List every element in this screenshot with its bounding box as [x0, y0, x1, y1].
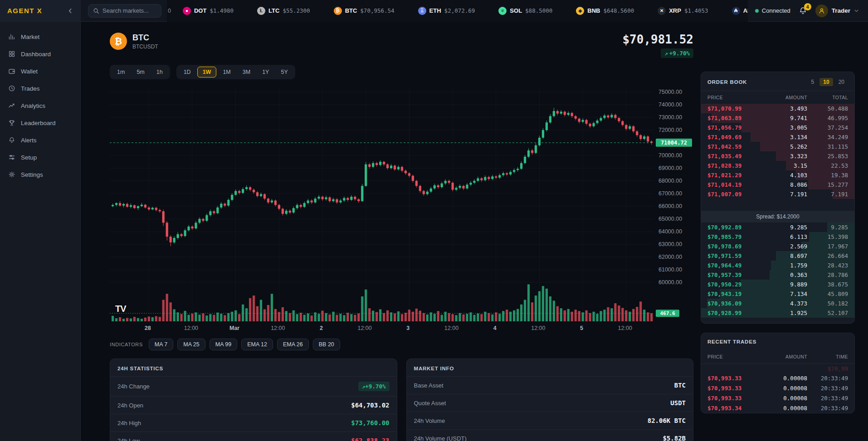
candlestick-chart-svg[interactable]: 75000.0074000.0073000.0072000.0071000.00…	[110, 85, 693, 333]
ticker-symbol: ETH	[429, 7, 441, 14]
timeframe-group-minutes: 1m5m1h	[110, 65, 170, 79]
notifications-button[interactable]: 4	[799, 6, 807, 15]
bids-list: $70,992.899.2859.285$70,985.796.11315.39…	[701, 223, 854, 318]
timeframe-button-3m[interactable]: 3M	[237, 67, 256, 78]
svg-text:12:00: 12:00	[531, 325, 545, 331]
order-price: $70,971.59	[707, 252, 762, 259]
timeframe-button-1m[interactable]: 1M	[217, 67, 236, 78]
ticker-item-xrp[interactable]: ✕XRP$1.4053	[646, 7, 720, 15]
order-book-ask-row[interactable]: $71,021.294.10319.38	[701, 170, 854, 180]
depth-option-20[interactable]: 20	[835, 78, 848, 86]
order-book-bid-row[interactable]: $70,964.491.75928.423	[701, 261, 854, 270]
stat-label: 24h High	[117, 420, 141, 426]
order-amount: 9.889	[762, 281, 807, 288]
price-chart[interactable]: 75000.0074000.0073000.0072000.0071000.00…	[110, 85, 693, 335]
depth-option-10[interactable]: 10	[819, 78, 833, 86]
svg-text:61000.00: 61000.00	[658, 267, 682, 273]
history-icon	[8, 85, 15, 92]
sidebar-item-leaderboard[interactable]: Leaderboard	[0, 114, 80, 131]
sidebar-collapse-button[interactable]	[67, 8, 73, 14]
svg-text:5: 5	[580, 325, 583, 331]
order-book-ask-row[interactable]: $71,049.693.13434.249	[701, 132, 854, 142]
sidebar-item-trades[interactable]: Trades	[0, 80, 80, 97]
sidebar-item-analytics[interactable]: Analytics	[0, 97, 80, 114]
trade-time: 20:33:49	[807, 375, 848, 382]
indicator-button-bb-20[interactable]: BB 20	[313, 339, 340, 350]
market-ticker-strip[interactable]: 0 ●DOT$1.4980ŁLTC$55.2300₿BTC$70,956.54Ξ…	[167, 0, 748, 22]
order-amount: 4.373	[762, 300, 807, 307]
topbar-right: Connected 4 Trader	[748, 5, 868, 17]
stat-row: 24h Change↗+9.70%	[110, 376, 397, 396]
indicator-button-ema-12[interactable]: EMA 12	[241, 339, 273, 350]
order-book-bid-row[interactable]: $70,950.299.88938.675	[701, 280, 854, 289]
order-book-ask-row[interactable]: $71,007.097.1917.191	[701, 189, 854, 199]
indicator-button-ma-7[interactable]: MA 7	[149, 339, 174, 350]
svg-text:67000.00: 67000.00	[658, 190, 682, 197]
recent-trades-title: RECENT TRADES	[707, 339, 756, 344]
order-amount: 0.363	[762, 271, 807, 278]
sidebar-item-label: Analytics	[21, 102, 45, 109]
order-book-bid-row[interactable]: $70,978.692.56917.967	[701, 242, 854, 251]
ada-coin-icon: ₳	[732, 7, 740, 15]
order-book-ask-row[interactable]: $71,042.595.26231.115	[701, 142, 854, 151]
order-book-ask-row[interactable]: $71,014.198.08615.277	[701, 180, 854, 189]
order-book-bid-row[interactable]: $70,943.197.13445.809	[701, 289, 854, 299]
depth-option-5[interactable]: 5	[808, 78, 818, 86]
ticker-item-dot[interactable]: ●DOT$1.4980	[171, 7, 245, 15]
order-book-bid-row[interactable]: $70,985.796.11315.398	[701, 232, 854, 242]
order-total: 50.182	[807, 300, 848, 307]
search-input[interactable]: Search markets...	[88, 4, 161, 18]
ticker-item-eth[interactable]: ΞETH$2,072.69	[406, 7, 487, 15]
sidebar-item-alerts[interactable]: Alerts	[0, 131, 80, 149]
timeframe-button-5m[interactable]: 5m	[131, 67, 150, 78]
sidebar-item-label: Market	[21, 34, 39, 40]
indicator-button-ma-25[interactable]: MA 25	[177, 339, 205, 350]
spread-bar: Spread: $14.2000	[701, 211, 854, 223]
timeframe-button-5y[interactable]: 5Y	[275, 67, 293, 78]
btc-coin-icon: ₿	[334, 7, 342, 15]
trade-row: $70,993.330.0000820:33:49	[701, 383, 854, 393]
indicator-button-ma-99[interactable]: MA 99	[210, 339, 237, 350]
order-amount: 9.285	[762, 224, 807, 231]
sidebar-item-market[interactable]: Market	[0, 28, 80, 45]
timeframe-button-1w[interactable]: 1W	[197, 67, 217, 78]
indicator-button-ema-26[interactable]: EMA 26	[277, 339, 309, 350]
sidebar-item-wallet[interactable]: Wallet	[0, 63, 80, 80]
timeframe-button-1y[interactable]: 1Y	[257, 67, 274, 78]
change-badge: ↗+9.70%	[661, 48, 693, 58]
depth-selector: 51020	[808, 78, 848, 86]
order-book-ask-row[interactable]: $71,070.993.49350.488	[701, 104, 854, 113]
svg-text:2: 2	[320, 325, 323, 331]
timeframe-button-1d[interactable]: 1D	[178, 67, 196, 78]
order-book-bid-row[interactable]: $70,928.991.92552.107	[701, 308, 854, 318]
sidebar-item-dashboard[interactable]: Dashboard	[0, 45, 80, 63]
timeframe-button-1m[interactable]: 1m	[112, 67, 130, 78]
stat-value: $64,703.02	[351, 402, 389, 409]
order-book-bid-row[interactable]: $70,971.598.69726.664	[701, 251, 854, 261]
ticker-item-ada[interactable]: ₳ADA$0.268000	[720, 7, 748, 15]
svg-text:73000.00: 73000.00	[658, 114, 682, 121]
order-book-ask-row[interactable]: $71,056.793.00537.254	[701, 123, 854, 132]
svg-text:3: 3	[406, 325, 410, 331]
order-book-ask-row[interactable]: $71,063.899.74146.995	[701, 113, 854, 123]
stat-value: $73,760.00	[351, 419, 389, 426]
market-info-row: 24h Volume (USDT)$5.82B	[407, 429, 693, 441]
order-book-bid-row[interactable]: $70,936.094.37350.182	[701, 299, 854, 308]
sidebar-item-setup[interactable]: Setup	[0, 149, 80, 166]
timeframe-button-1h[interactable]: 1h	[151, 67, 168, 78]
ticker-symbol: LTC	[268, 7, 279, 14]
order-total: 17.967	[807, 243, 848, 250]
ticker-fragment: 0	[168, 8, 171, 14]
order-book-bid-row[interactable]: $70,992.899.2859.285	[701, 223, 854, 232]
ticker-item-ltc[interactable]: ŁLTC$55.2300	[245, 7, 322, 15]
order-book-bid-row[interactable]: $70,957.390.36328.786	[701, 270, 854, 280]
order-book-ask-row[interactable]: $71,035.493.32325.853	[701, 151, 854, 161]
order-amount: 7.191	[762, 191, 807, 198]
ticker-item-bnb[interactable]: ◆BNB$648.5600	[564, 7, 646, 15]
sidebar-item-settings[interactable]: Settings	[0, 166, 80, 183]
order-book-ask-row[interactable]: $71,028.393.1522.53	[701, 161, 854, 170]
ticker-item-sol[interactable]: ≡SOL$88.5000	[487, 7, 564, 15]
ticker-item-btc[interactable]: ₿BTC$70,956.54	[322, 7, 406, 15]
user-menu[interactable]: Trader	[815, 5, 859, 17]
order-price: $70,985.79	[707, 233, 762, 240]
